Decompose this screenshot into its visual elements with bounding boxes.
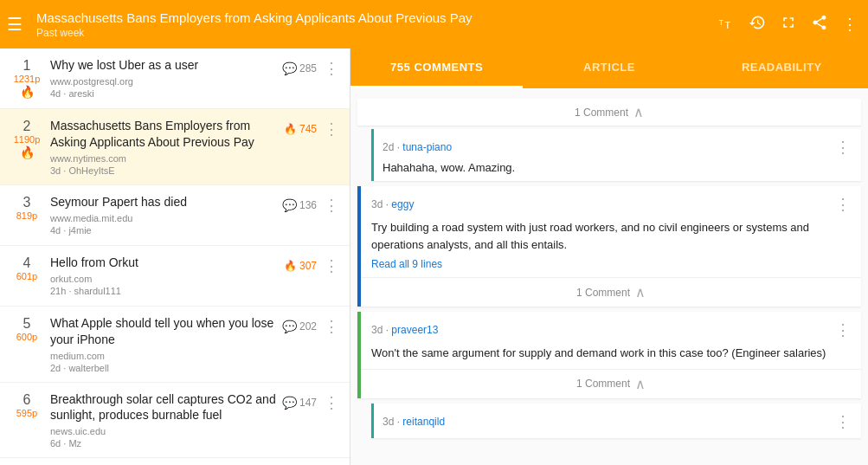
collapse-bar-eggy[interactable]: 1 Comment ∧: [361, 277, 861, 307]
comment-reitanqild: 3d · reitanqild ⋮: [371, 404, 861, 438]
news-rank: 5 600p: [10, 315, 43, 342]
news-actions-5: 💬202 ⋮: [282, 315, 343, 338]
collapse-label: 1 Comment: [575, 107, 628, 119]
author-praveer13: praveer13: [391, 324, 438, 336]
comment-more-icon[interactable]: ⋮: [835, 138, 851, 157]
tab-readability[interactable]: READABILITY: [696, 48, 868, 88]
news-rank: 2 1190p 🔥: [10, 118, 43, 159]
tab-comments[interactable]: 755 COMMENTS: [350, 48, 523, 88]
chevron-up-icon-eggy: ∧: [635, 284, 646, 300]
news-item-1[interactable]: 1 1231p 🔥 Why we lost Uber as a user www…: [0, 48, 350, 109]
top-header: ☰ Massachusetts Bans Employers from Aski…: [0, 0, 868, 48]
news-body: Hello from Orkut orkut.com 21h · shardul…: [50, 255, 284, 296]
header-title: Massachusetts Bans Employers from Asking…: [36, 10, 714, 27]
main-content: 1 1231p 🔥 Why we lost Uber as a user www…: [0, 48, 868, 465]
comment-text-eggy: Try building a road system with just roa…: [371, 219, 851, 253]
comment-eggy: 3d · eggy ⋮ Try building a road system w…: [357, 186, 861, 307]
news-rank: 1 1231p 🔥: [10, 57, 43, 99]
comment-more-icon-praveer13[interactable]: ⋮: [835, 320, 851, 339]
tabs: 755 COMMENTS ARTICLE READABILITY: [350, 48, 868, 88]
header-icons: TT ⋮: [714, 10, 861, 39]
comment-text-praveer13: Won't the same argument for supply and d…: [371, 345, 851, 362]
news-actions-2: 🔥745 ⋮: [284, 118, 343, 140]
comments-area: 1 Comment∧ 2d · tuna-piano ⋮ Hahahaha, w…: [350, 88, 868, 465]
overflow-icon[interactable]: ⋮: [839, 11, 861, 37]
comment-more-icon-reitanqild[interactable]: ⋮: [835, 412, 851, 431]
more-options-icon[interactable]: ⋮: [320, 255, 343, 277]
more-options-icon[interactable]: ⋮: [320, 57, 343, 80]
news-item-4[interactable]: 4 601p Hello from Orkut orkut.com 21h · …: [0, 246, 350, 307]
news-actions-1: 💬285 ⋮: [282, 57, 343, 80]
author-tuna-piano: tuna-piano: [402, 141, 452, 153]
comment-text-tuna-piano: Hahahaha, wow. Amazing.: [383, 161, 851, 174]
comment-bubble-icon: 💬: [282, 198, 297, 212]
header-subtitle: Past week: [36, 27, 714, 39]
news-rank: 4 601p: [10, 255, 43, 281]
fire-icon: 🔥: [284, 123, 297, 135]
news-item-6[interactable]: 6 595p Breakthrough solar cell captures …: [0, 383, 350, 459]
news-body: Massachusetts Bans Employers from Asking…: [50, 118, 284, 176]
collapse-bar-praveer13[interactable]: 1 Comment ∧: [361, 369, 861, 398]
news-body: What Apple should tell you when you lose…: [50, 315, 282, 373]
comment-praveer13: 3d · praveer13 ⋮ Won't the same argument…: [357, 312, 861, 398]
news-list: 1 1231p 🔥 Why we lost Uber as a user www…: [0, 48, 350, 465]
chevron-up-icon: ∧: [633, 104, 644, 120]
news-body: Seymour Papert has died www.media.mit.ed…: [50, 194, 282, 236]
news-body: Why we lost Uber as a user www.postgresq…: [50, 57, 282, 99]
news-item-2[interactable]: 2 1190p 🔥 Massachusetts Bans Employers f…: [0, 109, 350, 185]
right-panel: 755 COMMENTS ARTICLE READABILITY 1 Comme…: [350, 48, 868, 465]
author-reitanqild: reitanqild: [402, 416, 445, 428]
news-item-3[interactable]: 3 819p Seymour Papert has died www.media…: [0, 185, 350, 246]
fire-icon: 🔥: [284, 260, 297, 272]
fullscreen-icon[interactable]: [776, 10, 800, 39]
svg-text:T: T: [724, 18, 730, 29]
text-size-icon[interactable]: TT: [714, 10, 738, 39]
collapse-bar-top[interactable]: 1 Comment∧: [357, 99, 861, 126]
chevron-up-icon-praveer13: ∧: [635, 376, 646, 392]
comment-tuna-piano: 2d · tuna-piano ⋮ Hahahaha, wow. Amazing…: [371, 129, 861, 181]
news-actions-6: 💬147 ⋮: [282, 391, 343, 414]
comment-bubble-icon: 💬: [282, 320, 297, 333]
more-options-icon[interactable]: ⋮: [320, 315, 343, 338]
more-options-icon[interactable]: ⋮: [320, 118, 343, 140]
comment-more-icon-eggy[interactable]: ⋮: [835, 195, 851, 214]
news-rank: 6 595p: [10, 391, 43, 418]
news-actions-4: 🔥307 ⋮: [284, 255, 343, 277]
tab-article[interactable]: ARTICLE: [523, 48, 695, 88]
svg-text:T: T: [719, 18, 723, 27]
more-options-icon[interactable]: ⋮: [320, 391, 343, 414]
header-title-area: Massachusetts Bans Employers from Asking…: [36, 10, 714, 39]
read-more-eggy[interactable]: Read all 9 lines: [371, 258, 851, 270]
news-item-5[interactable]: 5 600p What Apple should tell you when y…: [0, 307, 350, 383]
share-icon[interactable]: [807, 10, 832, 39]
news-body: Breakthrough solar cell captures CO2 and…: [50, 391, 282, 449]
comment-bubble-icon: 💬: [282, 396, 297, 410]
news-rank: 3 819p: [10, 194, 43, 221]
menu-icon[interactable]: ☰: [7, 14, 23, 35]
history-icon[interactable]: [745, 10, 769, 39]
more-options-icon[interactable]: ⋮: [320, 194, 343, 216]
author-eggy: eggy: [391, 198, 414, 210]
news-actions-3: 💬136 ⋮: [282, 194, 343, 216]
comment-bubble-icon: 💬: [282, 61, 297, 75]
